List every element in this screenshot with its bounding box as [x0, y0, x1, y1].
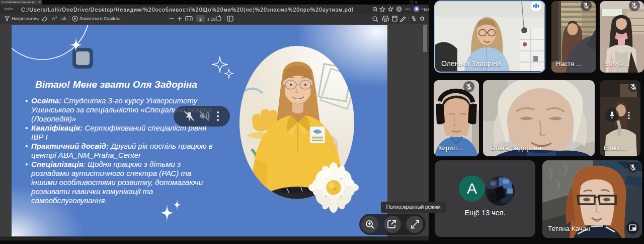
svg-text:з 16: з 16: [207, 17, 216, 22]
svg-text:A: A: [52, 16, 55, 21]
svg-text:2: 2: [199, 17, 202, 22]
svg-text:Накреслити: Накреслити: [12, 16, 36, 21]
svg-text:Запитати в Copilot: Запитати в Copilot: [79, 16, 118, 21]
svg-text:Чат: Чат: [422, 7, 429, 12]
svg-text:a: a: [55, 16, 57, 19]
svg-text:ab: ab: [61, 16, 66, 21]
